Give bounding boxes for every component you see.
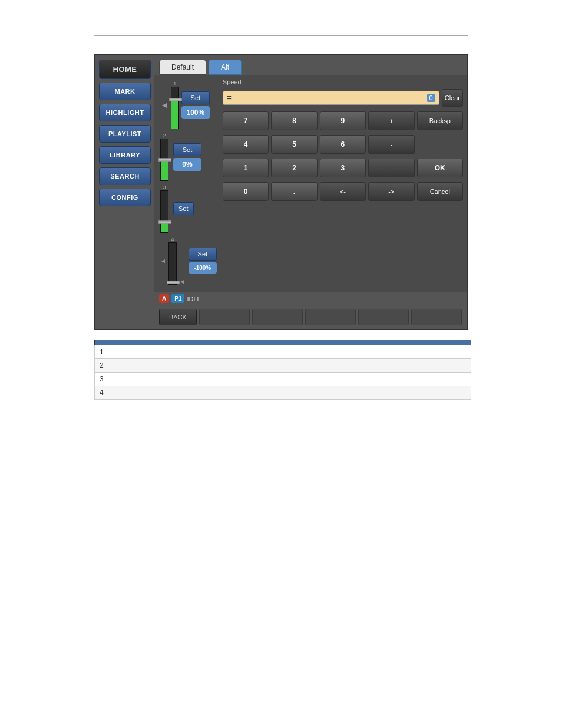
sidebar-btn-library[interactable]: LIBRARY bbox=[99, 146, 151, 164]
num-1[interactable]: 1 bbox=[223, 159, 269, 177]
slider3-row: 3 Set bbox=[160, 185, 217, 233]
marker-arrow-4b: ◄ bbox=[179, 278, 185, 285]
set-btn-3[interactable]: Set bbox=[173, 202, 194, 215]
speed-input[interactable]: = 0 bbox=[223, 91, 439, 105]
sidebar-btn-config[interactable]: CONFIG bbox=[99, 189, 151, 206]
slider2-thumb[interactable] bbox=[158, 159, 171, 162]
status-text: IDLE bbox=[187, 295, 201, 302]
bottom-row: BACK bbox=[154, 305, 467, 329]
marker-arrow-4a: ◄ bbox=[160, 258, 166, 264]
speed-equals: = bbox=[227, 93, 232, 103]
empty-cell-1 bbox=[417, 135, 463, 154]
speed-value-box: 0 bbox=[427, 94, 435, 102]
num-plus[interactable]: + bbox=[368, 111, 414, 130]
set-btn-2[interactable]: Set bbox=[173, 143, 201, 156]
table-row: 1 bbox=[95, 345, 471, 359]
set-btn-4[interactable]: Set bbox=[189, 248, 217, 261]
table-cell-row1-col2 bbox=[236, 345, 471, 359]
num-minus[interactable]: - bbox=[368, 135, 414, 154]
nav-left[interactable]: <- bbox=[320, 182, 366, 201]
status-badge-a: A bbox=[159, 294, 169, 303]
num-5[interactable]: 5 bbox=[271, 135, 317, 154]
slider1-value: 100% bbox=[181, 106, 210, 119]
table-cell-row4-col1 bbox=[118, 386, 236, 400]
num-3[interactable]: 3 bbox=[320, 159, 366, 177]
slider4-track[interactable] bbox=[168, 242, 177, 285]
main-panel: HOME MARK HIGHLIGHT PLAYLIST LIBRARY SEA… bbox=[94, 54, 468, 330]
table-cell-row2-col0: 2 bbox=[95, 359, 118, 373]
table-cell-row4-col0: 4 bbox=[95, 386, 118, 400]
num-2[interactable]: 2 bbox=[271, 159, 317, 177]
num-equals[interactable]: = bbox=[368, 159, 414, 177]
num-4[interactable]: 4 bbox=[223, 135, 269, 154]
tab-default[interactable]: Default bbox=[159, 60, 206, 75]
num-dot[interactable]: . bbox=[271, 182, 317, 201]
bottom-empty-4 bbox=[358, 309, 409, 325]
sidebar-btn-playlist[interactable]: PLAYLIST bbox=[99, 125, 151, 143]
sidebar: HOME MARK HIGHLIGHT PLAYLIST LIBRARY SEA… bbox=[95, 55, 154, 329]
slider3-thumb[interactable] bbox=[158, 220, 171, 223]
marker-arrow-1: ◄ bbox=[160, 100, 168, 110]
table-header-2 bbox=[236, 340, 471, 345]
slider4-thumb[interactable] bbox=[167, 281, 180, 284]
sidebar-btn-mark[interactable]: MARK bbox=[99, 83, 151, 100]
set-btn-1[interactable]: Set bbox=[181, 91, 210, 104]
status-bar: A P1 IDLE bbox=[154, 292, 467, 305]
sliders-panel: ◄ 1 Set 100% bbox=[158, 78, 219, 288]
table-cell-row2-col1 bbox=[118, 359, 236, 373]
num-6[interactable]: 6 bbox=[320, 135, 366, 154]
table-cell-row3-col0: 3 bbox=[95, 373, 118, 386]
table-row: 3 bbox=[95, 373, 471, 386]
controls-area: ◄ 1 Set 100% bbox=[154, 75, 467, 292]
tab-row: Default Alt bbox=[154, 55, 467, 75]
table-cell-row3-col1 bbox=[118, 373, 236, 386]
slider3-fill bbox=[161, 222, 168, 233]
bottom-empty-1 bbox=[199, 309, 250, 325]
data-table: 1 2 3 4 bbox=[94, 340, 471, 400]
num-9[interactable]: 9 bbox=[320, 111, 366, 130]
speed-row: Speed: bbox=[223, 78, 463, 85]
backsp-button[interactable]: Backsp bbox=[417, 111, 463, 130]
table-cell-row1-col0: 1 bbox=[95, 345, 118, 359]
top-divider bbox=[94, 35, 468, 36]
back-button[interactable]: BACK bbox=[159, 309, 197, 325]
clear-button[interactable]: Clear bbox=[442, 89, 463, 107]
ok-button[interactable]: OK bbox=[417, 159, 463, 177]
slider1-row: ◄ 1 Set 100% bbox=[160, 81, 217, 129]
slider4-label: 4 bbox=[171, 236, 174, 242]
speed-label: Speed: bbox=[223, 78, 243, 85]
num-8[interactable]: 8 bbox=[271, 111, 317, 130]
sidebar-btn-search[interactable]: SEARCH bbox=[99, 167, 151, 185]
slider1-thumb[interactable] bbox=[169, 98, 182, 101]
table-cell-row1-col1 bbox=[118, 345, 236, 359]
main-content: Default Alt ◄ 1 bbox=[154, 55, 467, 329]
slider2-track[interactable] bbox=[160, 139, 168, 181]
slider4-value: -100% bbox=[189, 262, 217, 274]
bottom-empty-5 bbox=[411, 309, 462, 325]
bottom-empty-2 bbox=[252, 309, 303, 325]
slider2-fill bbox=[161, 160, 168, 180]
slider2-label: 2 bbox=[163, 133, 166, 139]
slider2-value: 0% bbox=[173, 158, 201, 171]
status-badge-p1: P1 bbox=[171, 294, 184, 303]
table-cell-row2-col2 bbox=[236, 359, 471, 373]
cancel-button[interactable]: Cancel bbox=[417, 182, 463, 201]
num-7[interactable]: 7 bbox=[223, 111, 269, 130]
nav-right[interactable]: -> bbox=[368, 182, 414, 201]
sidebar-btn-home[interactable]: HOME bbox=[99, 60, 151, 79]
bottom-empty-3 bbox=[305, 309, 356, 325]
numpad-panel: Speed: = 0 Clear 7 8 bbox=[223, 78, 463, 288]
tab-alt[interactable]: Alt bbox=[209, 60, 242, 75]
num-0[interactable]: 0 bbox=[223, 182, 269, 201]
table-row: 4 bbox=[95, 386, 471, 400]
slider3-label: 3 bbox=[163, 185, 166, 190]
table-section: 1 2 3 4 bbox=[94, 340, 471, 400]
table-row: 2 bbox=[95, 359, 471, 373]
table-header-1 bbox=[118, 340, 236, 345]
table-cell-row4-col2 bbox=[236, 386, 471, 400]
sidebar-btn-highlight[interactable]: HIGHLIGHT bbox=[99, 104, 151, 121]
slider1-track[interactable] bbox=[171, 87, 179, 129]
table-cell-row3-col2 bbox=[236, 373, 471, 386]
slider1-label: 1 bbox=[173, 81, 176, 87]
slider3-track[interactable] bbox=[160, 190, 168, 233]
